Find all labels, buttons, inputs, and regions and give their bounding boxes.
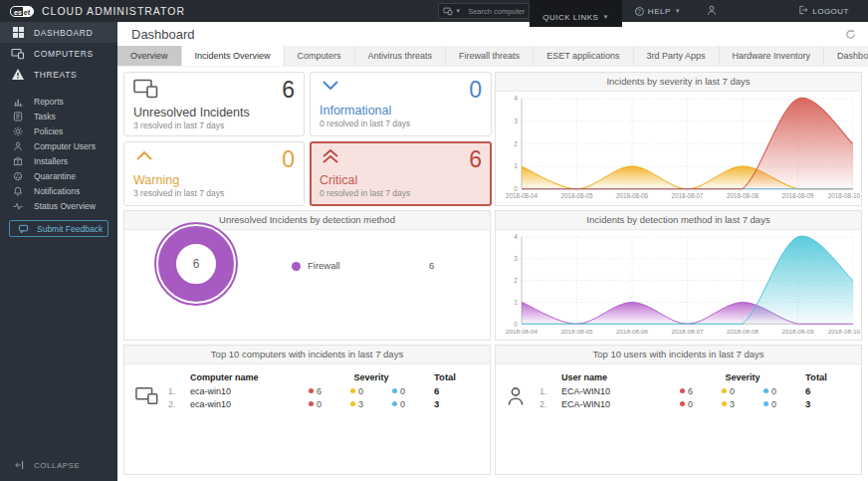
table-row[interactable]: 2. ECA-WIN10 0 3 0 3 <box>540 397 851 410</box>
package-icon <box>11 156 25 166</box>
card-critical[interactable]: 6 Critical 0 resolved in last 7 days <box>310 141 492 206</box>
sidebar-item-notifications[interactable]: Notifications <box>0 183 117 198</box>
svg-text:0: 0 <box>514 321 518 328</box>
sidebar-item-label: Installers <box>34 156 68 166</box>
computer-name[interactable]: eca-win10 <box>190 386 309 396</box>
warning-count: 3 <box>730 399 735 409</box>
critical-count: 6 <box>317 386 322 396</box>
collapse-sidebar-button[interactable]: COLLAPSE <box>0 453 117 477</box>
severity-column-header: Severity <box>309 372 434 382</box>
table-row[interactable]: 2. eca-win10 0 3 0 3 <box>168 397 480 410</box>
chevron-down-icon[interactable]: ▼ <box>455 8 461 14</box>
warning-dot <box>350 401 355 406</box>
tab-firewall-threats[interactable]: Firewall threats <box>446 46 534 66</box>
informational-count: 0 <box>400 386 405 396</box>
table-row[interactable]: 1. ECA-WIN10 6 0 0 6 <box>540 384 851 397</box>
tab-incidents-overview[interactable]: Incidents Overview <box>182 46 285 66</box>
donut-chart: 6 <box>154 222 238 306</box>
name-column-header: Computer name <box>190 372 309 382</box>
top-users-table: User name Severity Total 1. ECA-WIN10 6 … <box>496 364 861 410</box>
card-title: Warning <box>133 173 295 187</box>
sidebar-item-status-overview[interactable]: Status Overview <box>0 198 117 213</box>
tab-hardware-inventory[interactable]: Hardware Inventory <box>720 46 825 66</box>
sidebar-item-computers[interactable]: COMPUTERS <box>0 43 117 64</box>
tasks-icon <box>11 112 25 121</box>
critical-count: 0 <box>317 399 322 409</box>
informational-count: 0 <box>771 399 776 409</box>
svg-text:3: 3 <box>514 255 518 262</box>
sidebar-item-tasks[interactable]: Tasks <box>0 109 117 123</box>
quarantine-icon <box>11 171 25 181</box>
tab-3rd-party-apps[interactable]: 3rd Party Apps <box>634 46 720 66</box>
tab-computers[interactable]: Computers <box>285 46 355 66</box>
user-name[interactable]: ECA-WIN10 <box>561 399 680 409</box>
incidents-by-detection-chart: 012342018-08-042018-08-052018-08-062018-… <box>496 230 861 340</box>
warning-dot <box>722 401 727 406</box>
reports-icon <box>11 97 25 107</box>
card-informational[interactable]: 0 Informational 0 resolved in last 7 day… <box>310 72 492 136</box>
logout-icon <box>798 5 808 17</box>
sidebar-item-dashboard[interactable]: DASHBOARD <box>0 22 117 43</box>
warning-dot <box>350 388 355 393</box>
collapse-icon <box>11 460 25 470</box>
row-index: 1. <box>540 386 561 396</box>
sidebar-item-label: COMPUTERS <box>34 49 94 59</box>
user-name[interactable]: ECA-WIN10 <box>561 386 680 396</box>
sidebar-item-reports[interactable]: Reports <box>0 94 117 109</box>
card-unresolved-incidents[interactable]: 6 Unresolved Incidents 3 resolved in las… <box>123 72 305 136</box>
card-title: Critical <box>320 173 482 187</box>
help-icon: ? <box>635 7 644 16</box>
submit-feedback-label: Submit Feedback <box>37 224 103 234</box>
svg-text:2018-08-09: 2018-08-09 <box>781 192 814 199</box>
sidebar-item-computer-users[interactable]: Computer Users <box>0 138 117 153</box>
table-row[interactable]: 1. eca-win10 6 0 0 6 <box>168 384 480 397</box>
legend-value: 6 <box>429 260 434 271</box>
svg-text:2018-08-05: 2018-08-05 <box>560 328 593 335</box>
page-header: Dashboard <box>117 22 868 46</box>
sidebar-item-policies[interactable]: Policies <box>0 123 117 138</box>
computer-name[interactable]: eca-win10 <box>190 399 309 409</box>
collapse-label: COLLAPSE <box>34 461 80 470</box>
row-index: 2. <box>168 399 190 409</box>
dashboard-content: 6 Unresolved Incidents 3 resolved in las… <box>117 67 868 481</box>
critical-dot <box>680 401 685 406</box>
warning-count: 0 <box>358 386 363 396</box>
user-menu[interactable] <box>694 0 730 22</box>
computer-search-box[interactable]: ▼ <box>438 3 530 19</box>
panel-incidents-by-detection: Incidents by detection method in last 7 … <box>495 210 862 341</box>
sidebar-item-installers[interactable]: Installers <box>0 153 117 168</box>
double-chevron-up-icon <box>320 148 341 169</box>
tab-antivirus-threats[interactable]: Antivirus threats <box>355 46 447 66</box>
svg-text:2018-08-05: 2018-08-05 <box>560 192 593 199</box>
sidebar-item-quarantine[interactable]: Quarantine <box>0 168 117 183</box>
sidebar-item-label: THREATS <box>34 70 77 80</box>
eset-logo-left: es <box>11 7 23 16</box>
card-value: 6 <box>469 148 482 170</box>
card-warning[interactable]: 0 Warning 3 resolved in last 7 days <box>123 141 305 206</box>
panel-top-computers: Top 10 computers with incidents in last … <box>123 345 491 475</box>
pulse-icon <box>11 201 25 211</box>
refresh-icon[interactable] <box>845 29 856 40</box>
panel-title: Incidents by detection method in last 7 … <box>496 211 861 230</box>
logout-button[interactable]: LOGOUT <box>785 0 862 22</box>
card-subtitle: 3 resolved in last 7 days <box>133 188 295 198</box>
tab-overview[interactable]: Overview <box>117 46 182 66</box>
chevron-down-icon <box>320 79 341 97</box>
card-title: Unresolved Incidents <box>133 106 295 120</box>
card-subtitle: 3 resolved in last 7 days <box>133 120 295 130</box>
submit-feedback-button[interactable]: Submit Feedback <box>9 220 108 237</box>
tab-dashboard[interactable]: Dashboard <box>824 46 868 66</box>
warning-triangle-icon <box>11 68 25 81</box>
page-title: Dashboard <box>131 27 845 42</box>
help-menu[interactable]: ? HELP ▼ <box>622 0 694 22</box>
svg-text:2018-08-06: 2018-08-06 <box>616 192 649 199</box>
search-input[interactable] <box>468 7 526 16</box>
sidebar-item-threats[interactable]: THREATS <box>0 64 117 85</box>
computers-icon <box>133 79 159 103</box>
quick-links-menu[interactable]: QUICK LINKS ▼ <box>530 0 622 27</box>
name-column-header: User name <box>561 372 680 382</box>
help-label: HELP <box>648 7 671 16</box>
sidebar-item-label: Notifications <box>34 186 80 196</box>
tab-eset-applications[interactable]: ESET applications <box>534 46 633 66</box>
svg-text:2018-08-09: 2018-08-09 <box>781 328 814 335</box>
